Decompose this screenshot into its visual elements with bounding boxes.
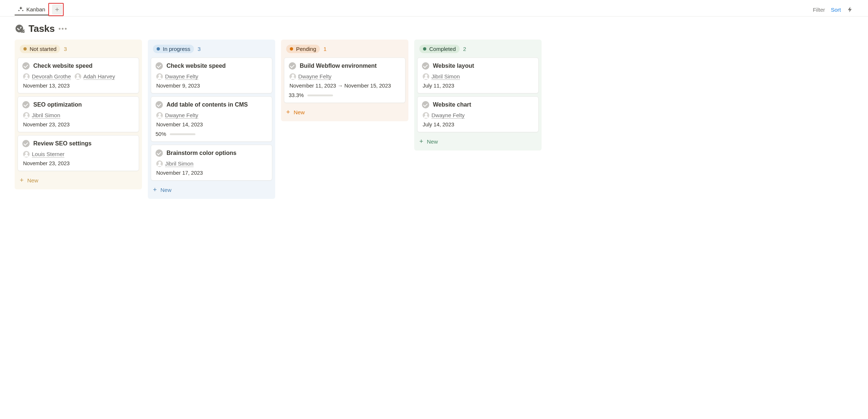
check-circle-icon xyxy=(22,101,30,108)
column-count: 3 xyxy=(198,46,201,52)
status-pill-notstarted[interactable]: Not started xyxy=(20,45,60,53)
task-card[interactable]: Check website speedDwayne FeltyNovember … xyxy=(151,58,272,93)
column-count: 2 xyxy=(463,46,466,52)
add-tab-button[interactable] xyxy=(52,4,62,15)
person-icon xyxy=(23,112,30,119)
assignee[interactable]: Dwayne Felty xyxy=(423,112,465,119)
check-circle-icon xyxy=(289,62,296,70)
card-date: July 11, 2023 xyxy=(423,83,534,89)
assignee[interactable]: Jibril Simon xyxy=(23,112,60,119)
kanban-board: Not started3Check website speedDevorah G… xyxy=(15,40,853,199)
progress-bar xyxy=(307,94,333,96)
assignee[interactable]: Jibril Simon xyxy=(423,73,460,80)
progress-row: 33.3% xyxy=(289,92,401,98)
assignee[interactable]: Adah Harvey xyxy=(75,73,115,80)
status-label: Not started xyxy=(30,46,56,52)
assignee-name: Jibril Simon xyxy=(431,73,460,80)
task-card[interactable]: Check website speedDevorah GrotheAdah Ha… xyxy=(18,58,139,93)
check-circle-icon xyxy=(156,101,163,108)
assignee-name: Dwayne Felty xyxy=(431,112,465,119)
status-dot-icon xyxy=(423,47,426,51)
column-header[interactable]: Not started3 xyxy=(18,42,139,58)
assignee[interactable]: Jibril Simon xyxy=(156,160,194,167)
task-card[interactable]: Build Webflow environmentDwayne FeltyNov… xyxy=(284,58,405,103)
person-icon xyxy=(23,151,30,157)
status-label: Pending xyxy=(296,46,316,52)
page-title: Tasks xyxy=(29,23,55,34)
plus-icon: + xyxy=(286,109,290,115)
assignee-name: Dwayne Felty xyxy=(165,112,198,119)
assignee[interactable]: Dwayne Felty xyxy=(156,73,198,80)
person-icon xyxy=(289,73,296,80)
column-count: 1 xyxy=(323,46,326,52)
tab-kanban[interactable]: Kanban xyxy=(15,4,48,15)
card-date: November 17, 2023 xyxy=(156,170,267,176)
new-label: New xyxy=(161,187,172,193)
tab-label: Kanban xyxy=(26,6,45,12)
card-date: November 13, 2023 xyxy=(23,83,134,89)
plus-icon xyxy=(54,7,60,12)
person-icon xyxy=(156,112,163,119)
column-notstarted: Not started3Check website speedDevorah G… xyxy=(15,40,142,189)
assignee[interactable]: Dwayne Felty xyxy=(156,112,198,119)
card-date: November 14, 2023 xyxy=(156,122,267,127)
status-dot-icon xyxy=(290,47,293,51)
status-pill-completed[interactable]: Completed xyxy=(419,45,460,53)
plus-icon: + xyxy=(153,186,157,193)
assignee-name: Adah Harvey xyxy=(83,73,115,80)
check-circle-icon xyxy=(422,62,429,70)
person-icon xyxy=(23,73,30,80)
task-card[interactable]: Add table of contents in CMSDwayne Felty… xyxy=(151,96,272,142)
tasks-database-icon xyxy=(15,24,25,34)
task-card[interactable]: Review SEO settingsLouis SternerNovember… xyxy=(18,135,139,171)
card-title: Add table of contents in CMS xyxy=(167,101,248,108)
filter-button[interactable]: Filter xyxy=(813,7,825,13)
progress-row: 50% xyxy=(156,131,267,137)
plus-icon: + xyxy=(419,138,423,145)
page-more-button[interactable]: ••• xyxy=(59,26,68,32)
task-card[interactable]: Brainstorm color optionsJibril SimonNove… xyxy=(151,145,272,181)
card-title: Check website speed xyxy=(33,63,93,69)
status-pill-pending[interactable]: Pending xyxy=(286,45,320,53)
card-date: November 11, 2023 → November 15, 2023 xyxy=(289,83,401,89)
column-inprogress: In progress3Check website speedDwayne Fe… xyxy=(148,40,275,199)
task-card[interactable]: SEO optimizationJibril SimonNovember 23,… xyxy=(18,96,139,132)
progress-bar xyxy=(170,133,195,135)
add-card-button[interactable]: +New xyxy=(18,174,139,186)
status-pill-inprogress[interactable]: In progress xyxy=(153,45,194,53)
column-header[interactable]: Pending1 xyxy=(284,42,405,58)
add-card-button[interactable]: +New xyxy=(151,183,272,196)
check-circle-icon xyxy=(156,149,163,157)
check-circle-icon xyxy=(22,62,30,70)
automation-bolt-icon[interactable] xyxy=(847,6,853,13)
add-tab-highlight xyxy=(48,3,64,16)
column-count: 3 xyxy=(64,46,67,52)
column-header[interactable]: In progress3 xyxy=(151,42,272,58)
assignee[interactable]: Dwayne Felty xyxy=(289,73,332,80)
add-card-button[interactable]: +New xyxy=(417,135,539,148)
assignee[interactable]: Devorah Grothe xyxy=(23,73,71,80)
task-card[interactable]: Website layoutJibril SimonJuly 11, 2023 xyxy=(417,58,539,93)
card-title: Website layout xyxy=(433,63,474,69)
person-icon xyxy=(156,160,163,167)
assignee-name: Devorah Grothe xyxy=(32,73,71,80)
sort-button[interactable]: Sort xyxy=(831,7,841,13)
person-icon xyxy=(423,73,429,80)
assignee[interactable]: Louis Sterner xyxy=(23,151,64,157)
progress-label: 50% xyxy=(156,131,166,137)
check-circle-icon xyxy=(422,101,429,108)
sparkle-icon xyxy=(18,6,24,12)
add-card-button[interactable]: +New xyxy=(284,106,405,118)
card-title: SEO optimization xyxy=(33,101,82,108)
card-date: July 14, 2023 xyxy=(423,122,534,127)
check-circle-icon xyxy=(156,62,163,70)
card-date: November 23, 2023 xyxy=(23,160,134,166)
assignee-list: Jibril Simon xyxy=(156,160,267,167)
task-card[interactable]: Website chartDwayne FeltyJuly 14, 2023 xyxy=(417,96,539,132)
column-header[interactable]: Completed2 xyxy=(417,42,539,58)
new-label: New xyxy=(294,109,305,115)
assignee-name: Louis Sterner xyxy=(32,151,64,157)
column-completed: Completed2Website layoutJibril SimonJuly… xyxy=(414,40,542,151)
tabs-bar: Kanban Filter Sort xyxy=(0,0,868,16)
assignee-list: Dwayne Felty xyxy=(156,73,267,80)
